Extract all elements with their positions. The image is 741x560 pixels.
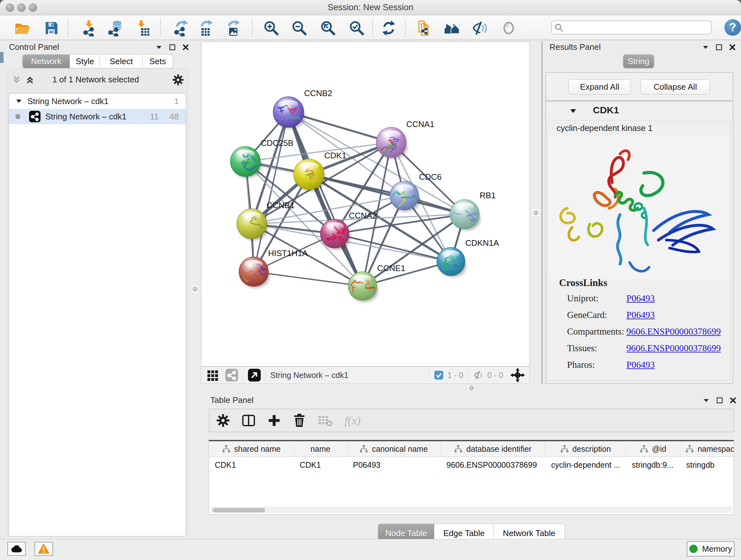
tab-style[interactable]: Style [70,54,100,68]
protein-structure-image [548,135,730,279]
export-network-button[interactable] [172,19,189,37]
zoom-fit-button[interactable] [319,19,337,37]
close-panel-icon[interactable] [729,44,736,51]
zoom-out-button[interactable] [290,19,308,37]
crosslink-row: Tissues:9606.ENSP00000378699 [567,340,727,356]
table-horizontal-scrollbar[interactable] [211,507,732,513]
show-columns-icon[interactable] [242,414,255,427]
panel-menu-icon[interactable] [156,45,162,50]
column-header-name[interactable]: name [294,441,347,456]
network-canvas[interactable]: CCNB2CCNA1CDC25BCDK1CDC6RB1CCNB1CCNA2CDK… [201,42,530,367]
float-panel-icon[interactable] [716,44,722,51]
network-collection-row[interactable]: String Network – cdk1 1 [9,94,186,109]
clone-network-button[interactable] [415,19,433,37]
table-options-gear-icon[interactable] [216,414,230,427]
grid-view-icon[interactable] [206,369,219,381]
hide-graphics-button[interactable] [471,19,488,37]
collapsed-panel-tab[interactable] [0,52,3,63]
tab-sets[interactable]: Sets [142,54,173,68]
detach-view-icon[interactable] [248,368,261,382]
network-node-CDC6[interactable] [389,181,428,212]
column-header-canonical-name[interactable]: canonical name [347,441,441,456]
delete-column-icon[interactable] [293,414,306,428]
network-node-label: CDC25B [261,138,293,148]
column-header-database-identifier[interactable]: database identifier [441,441,545,456]
home-networks-button[interactable] [443,19,461,37]
warning-icon [38,544,50,554]
import-network-icon [80,20,97,37]
refresh-button[interactable] [380,19,398,37]
crosslink-link[interactable]: P06493 [626,293,655,304]
save-session-button[interactable] [43,19,60,37]
network-node-HIST1H1A[interactable] [232,257,270,288]
birdseye-view-icon[interactable] [225,368,239,382]
fit-content-crosshair-icon[interactable] [510,368,525,382]
open-session-button[interactable] [14,19,31,37]
zoom-selected-button[interactable] [348,19,366,37]
window-title: Session: New Session [0,0,741,15]
network-tree: String Network – cdk1 1 String Network –… [9,93,186,537]
zoom-window-button[interactable] [29,3,37,12]
show-graphics-button[interactable] [500,19,518,37]
export-image-button[interactable] [224,19,242,37]
network-node-CCNE1[interactable] [348,272,389,302]
network-node-CDKN1A[interactable] [437,247,472,277]
export-table-button[interactable] [197,19,215,37]
minimize-window-button[interactable] [17,3,25,12]
crosslink-link[interactable]: 9606.ENSP00000378699 [626,343,721,354]
crosslink-link[interactable]: 9606.ENSP00000378699 [626,326,721,337]
scrollbar-thumb[interactable] [212,508,265,512]
network-row-selected[interactable]: String Network – cdk1 11 48 [9,109,186,124]
database-icon [107,20,123,37]
hidden-counts: 0 - 0 [487,371,503,380]
network-edge[interactable] [254,272,362,286]
tab-string[interactable]: String [623,54,654,68]
zoom-in-button[interactable] [262,19,280,37]
import-network-file-button[interactable] [80,19,98,37]
left-splitter-handle[interactable] [191,285,199,293]
warning-status-button[interactable] [35,542,53,556]
crosslink-link[interactable]: P06493 [626,310,655,320]
crosslink-row: Pharos:P06493 [567,356,727,373]
panel-menu-icon[interactable] [702,45,709,50]
gene-section-expander-icon[interactable] [569,109,577,114]
network-node-CCNA1[interactable] [376,127,408,159]
column-header--id[interactable]: @id [626,441,680,456]
collapse-all-tree-icon[interactable] [12,75,21,84]
network-node-label: RB1 [480,191,496,200]
expand-all-button[interactable]: Expand All [568,79,631,95]
close-panel-icon[interactable] [183,44,189,51]
memory-button[interactable]: Memory [687,541,735,557]
panel-menu-icon[interactable] [703,398,710,402]
tree-expander-icon[interactable] [16,99,22,104]
search-field-wrap [551,20,712,35]
network-options-gear-icon[interactable] [172,74,184,85]
help-button[interactable]: ? [724,19,741,36]
selected-checkbox-icon[interactable] [434,370,444,380]
divider [243,369,243,381]
horizontal-splitter-handle[interactable] [467,384,475,391]
column-header-shared-name[interactable]: shared name [209,441,294,456]
add-column-icon[interactable] [267,414,281,427]
column-header-description[interactable]: description [545,441,626,456]
network-node-CDC25B[interactable] [230,146,262,178]
table-cell: stringdb:9... [626,457,680,473]
collapse-all-button[interactable]: Collapse All [641,79,710,95]
float-panel-icon[interactable] [169,44,176,51]
network-node-CDK1[interactable] [293,159,326,191]
tab-network[interactable]: Network [22,54,70,68]
close-window-button[interactable] [6,3,14,12]
zoom-selected-icon [348,20,365,37]
cloud-status-button[interactable] [7,542,26,556]
column-header-namespace[interactable]: namespace [680,441,734,456]
tab-select[interactable]: Select [99,54,143,68]
float-panel-icon[interactable] [717,397,723,403]
import-table-button[interactable] [133,19,151,37]
crosslink-link[interactable]: P06493 [626,360,655,370]
search-input[interactable] [551,20,712,35]
import-network-database-button[interactable] [106,19,124,37]
expand-all-tree-icon[interactable] [25,75,35,84]
close-panel-icon[interactable] [730,397,736,403]
table-row[interactable]: CDK1CDK1P064939606.ENSP00000378699cyclin… [209,457,734,473]
right-splitter-handle[interactable] [532,208,540,217]
